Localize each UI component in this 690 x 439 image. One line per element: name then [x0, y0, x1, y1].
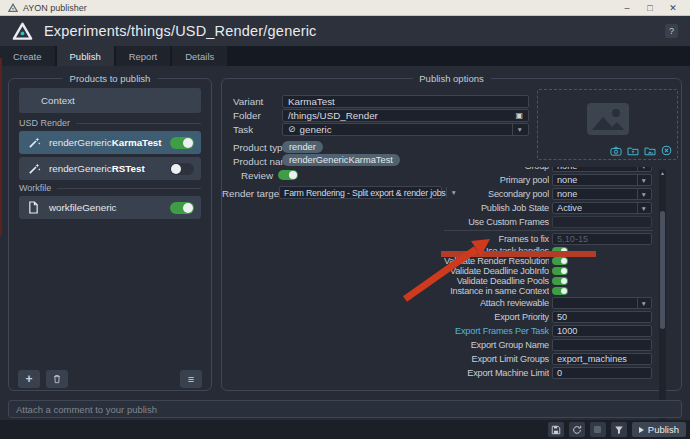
option-control: 50: [552, 311, 653, 323]
delete-instance-button[interactable]: [46, 370, 68, 388]
option-input-value: 5,10-15: [557, 234, 588, 244]
window-title: AYON publisher: [23, 3, 87, 13]
option-label: Attach reviewable: [444, 298, 549, 308]
product-toggle[interactable]: [170, 202, 194, 214]
group-divider: [76, 123, 201, 124]
comment-input[interactable]: [8, 400, 682, 418]
minimize-button[interactable]: –: [622, 3, 632, 13]
product-item[interactable]: renderGenericRSTest: [19, 157, 201, 180]
product-toggle[interactable]: [170, 163, 194, 175]
product-item[interactable]: renderGenericKarmaTest: [19, 131, 201, 154]
variant-label: Variant: [233, 95, 263, 108]
task-value: generic: [300, 124, 332, 135]
option-row: Export Machine Limit0: [444, 366, 653, 380]
save-button[interactable]: [548, 422, 564, 437]
maximize-button[interactable]: □: [645, 3, 655, 13]
option-select[interactable]: ▼: [552, 297, 652, 309]
product-item[interactable]: workfileGeneric: [19, 196, 201, 219]
option-control: none▼: [552, 174, 653, 186]
option-label: Export Machine Limit: [444, 368, 549, 378]
review-toggle[interactable]: [278, 170, 298, 180]
play-icon: [639, 427, 644, 433]
render-target-select[interactable]: Farm Rendering - Split export & render j…: [279, 186, 442, 199]
option-label: Group: [444, 167, 549, 171]
product-name: workfileGeneric: [49, 202, 117, 213]
scrollbar-thumb[interactable]: [660, 211, 665, 329]
product-name: renderGenericKarmaTest: [49, 137, 162, 148]
option-input[interactable]: 0: [552, 367, 652, 379]
group-divider: [57, 188, 201, 189]
option-toggle[interactable]: [552, 277, 568, 285]
folder-browse-icon[interactable]: ▣: [515, 112, 523, 120]
filter-button[interactable]: [611, 422, 627, 437]
wand-icon: [28, 162, 41, 175]
option-label: Export Limit Groups: [444, 354, 549, 364]
option-select-value: Active: [557, 203, 582, 213]
publish-options-panel: Publish options Variant KarmaTest Folder…: [221, 78, 682, 391]
screengrab-camera-icon[interactable]: [610, 146, 622, 156]
options-scrollbar[interactable]: ▲: [659, 169, 666, 439]
option-input[interactable]: 5,10-15: [552, 233, 652, 245]
option-label: Primary pool: [444, 175, 549, 185]
add-instance-button[interactable]: +: [18, 370, 40, 388]
variant-value: KarmaTest: [288, 96, 335, 107]
option-row: Export Frames Per Task1000: [444, 324, 653, 338]
refresh-button[interactable]: [569, 422, 585, 437]
option-label: Export Frames Per Task: [444, 326, 549, 336]
option-select[interactable]: Active▼: [552, 202, 652, 214]
thumbnail-dropzone[interactable]: [537, 89, 678, 160]
option-input[interactable]: [552, 216, 652, 228]
tab-report[interactable]: Report: [116, 46, 171, 66]
help-button[interactable]: ?: [665, 24, 678, 38]
toggle-knob: [561, 268, 567, 274]
option-input[interactable]: [552, 339, 652, 351]
task-select[interactable]: ⊘ generic ▼: [282, 123, 529, 136]
os-titlebar: AYON publisher – □ ✕: [0, 0, 690, 16]
toggle-knob: [171, 164, 181, 174]
option-row: Validate Deadline JobInfo: [444, 266, 653, 276]
ayon-logo-icon: [12, 22, 33, 41]
option-toggle[interactable]: [552, 287, 568, 295]
option-control: 1000: [552, 325, 653, 337]
option-control: 0: [552, 367, 653, 379]
trash-icon: [52, 374, 62, 384]
publish-button[interactable]: Publish: [632, 422, 686, 437]
product-toggle[interactable]: [170, 137, 194, 149]
option-input[interactable]: export_machines: [552, 353, 652, 365]
paste-screenshot-icon[interactable]: [644, 146, 656, 156]
close-button[interactable]: ✕: [668, 3, 678, 13]
task-label: Task: [233, 123, 253, 136]
option-input[interactable]: 50: [552, 311, 652, 323]
option-select[interactable]: none▼: [552, 167, 652, 172]
clear-thumbnail-icon[interactable]: [661, 145, 672, 156]
option-input-value: 0: [557, 368, 562, 378]
upload-thumbnail-icon[interactable]: [627, 146, 639, 156]
option-label: Export Priority: [444, 312, 549, 322]
hamburger-icon: ≡: [188, 373, 194, 385]
option-select[interactable]: none▼: [552, 174, 652, 186]
option-select[interactable]: none▼: [552, 188, 652, 200]
list-menu-button[interactable]: ≡: [180, 370, 202, 388]
scroll-up-arrow-icon[interactable]: ▲: [659, 170, 666, 176]
tab-details[interactable]: Details: [172, 46, 227, 66]
option-label: Instance in same Context: [444, 286, 549, 296]
option-label: Use task handles: [444, 246, 549, 256]
variant-input[interactable]: KarmaTest: [282, 95, 529, 108]
option-row: Validate Render Resolution: [444, 256, 653, 266]
option-input-value: export_machines: [557, 354, 627, 364]
option-control: [552, 267, 653, 275]
folder-input[interactable]: /things/USD_Render ▣: [282, 109, 529, 122]
option-toggle[interactable]: [552, 247, 568, 255]
file-icon: [28, 201, 41, 214]
option-label: Use Custom Frames: [444, 217, 549, 227]
option-toggle[interactable]: [552, 257, 568, 265]
chevron-down-icon: ▼: [637, 203, 647, 213]
option-input-value: 50: [557, 312, 567, 322]
option-input[interactable]: 1000: [552, 325, 652, 337]
tab-publish[interactable]: Publish: [57, 46, 114, 66]
stop-button[interactable]: [590, 422, 606, 437]
option-toggle[interactable]: [552, 267, 568, 275]
context-item[interactable]: Context: [19, 88, 201, 113]
chevron-down-icon: ▼: [637, 298, 647, 308]
tab-create[interactable]: Create: [0, 46, 55, 66]
